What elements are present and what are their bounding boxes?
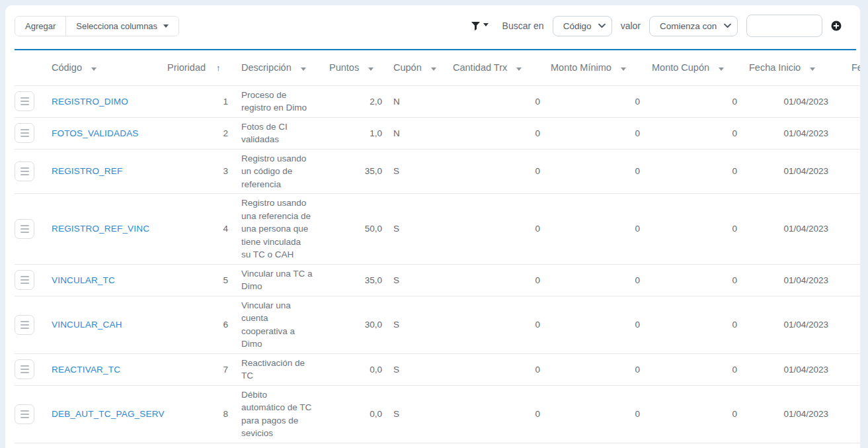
field-select[interactable]: Código (553, 16, 612, 36)
column-header[interactable]: Código ↑ (52, 50, 167, 85)
column-menu-caret-icon[interactable] (621, 67, 626, 71)
column-menu-caret-icon[interactable] (431, 67, 436, 71)
cantidad-trx-cell: 0 (453, 85, 551, 117)
cantidad-trx-cell: 0 (453, 149, 551, 194)
codigo-link[interactable]: FOTOS_VALIDADAS (52, 128, 139, 138)
puntos-cell: 35,0 (329, 264, 393, 296)
fecha-inicio-cell: 01/04/2023 (749, 443, 851, 448)
fecha-inicio-cell: 01/04/2023 (749, 353, 851, 385)
column-header[interactable]: Descripción ↑ (241, 50, 329, 85)
add-filter-button[interactable] (831, 21, 842, 31)
cupon-cell: S (393, 194, 453, 265)
fecha-fin-cell (851, 385, 860, 443)
row-menu-cell (15, 385, 52, 443)
column-menu-caret-icon[interactable] (810, 67, 815, 71)
column-label: Cantidad Trx (453, 62, 507, 73)
cupon-cell: S (393, 149, 453, 194)
column-header[interactable]: Fecha Inicio ↑ (749, 50, 851, 85)
cantidad-trx-cell: 1 (453, 443, 551, 448)
column-menu-caret-icon[interactable] (301, 67, 306, 71)
codigo-link[interactable]: REGISTRO_REF_VINC (52, 224, 149, 234)
cupon-cell: N (393, 85, 453, 117)
row-menu-button[interactable] (15, 359, 34, 379)
prioridad-cell: 7 (167, 353, 241, 385)
cantidad-trx-cell: 0 (453, 264, 551, 296)
select-columns-button[interactable]: Selecciona columnas (65, 17, 178, 36)
filter-value-input[interactable] (746, 15, 822, 37)
descripcion-cell: Registro usando una referencia de una pe… (241, 194, 329, 265)
cupon-cell: S (393, 296, 453, 353)
fecha-fin-cell (851, 194, 860, 265)
row-menu-cell (15, 117, 52, 149)
column-header[interactable]: Fec ↑ (851, 50, 860, 85)
row-menu-cell (15, 353, 52, 385)
codigo-link[interactable]: VINCULAR_TC (52, 275, 115, 285)
cupon-cell: N (393, 117, 453, 149)
column-header[interactable]: Cantidad Trx ↑ (453, 50, 551, 85)
descripcion-cell: Reactivación de TC (241, 353, 329, 385)
monto-minimo-cell: 0 (551, 264, 652, 296)
puntos-cell: 2,0 (329, 85, 393, 117)
prioridad-cell: 9 (167, 443, 241, 448)
codigo-link[interactable]: DEB_AUT_TC_PAG_SERV (52, 409, 165, 419)
monto-minimo-cell: 0 (551, 296, 652, 353)
search-in-label: Buscar en (502, 21, 544, 31)
row-menu-button[interactable] (15, 315, 34, 335)
prioridad-cell: 4 (167, 194, 241, 265)
column-label: Puntos (329, 62, 359, 73)
descripcion-cell: Fotos de CI validadas (241, 117, 329, 149)
row-menu-button[interactable] (15, 123, 34, 143)
fecha-inicio-cell: 01/04/2023 (749, 194, 851, 265)
column-header[interactable]: Puntos ↑ (329, 50, 393, 85)
table-header: Código ↑ Prioridad ↑ Descripción ↑ Punto… (15, 50, 860, 85)
fecha-inicio-cell: 01/04/2023 (749, 296, 851, 353)
monto-minimo-cell: 10.000 (551, 443, 652, 448)
column-header[interactable]: Monto Cupón ↑ (652, 50, 749, 85)
column-menu-caret-icon[interactable] (91, 67, 97, 71)
codigo-link[interactable]: VINCULAR_CAH (52, 320, 122, 330)
descripcion-cell: Débito automático de TC para pagos de se… (241, 385, 329, 443)
grid-toolbar: Agregar Selecciona columnas Buscar en Có (5, 5, 860, 37)
puntos-cell: 50,0 (329, 194, 393, 265)
monto-cupon-cell: 0 (652, 385, 749, 443)
monto-cupon-cell: 0 (652, 149, 749, 194)
codigo-link[interactable]: REGISTRO_REF (52, 166, 122, 176)
monto-minimo-cell: 0 (551, 117, 652, 149)
prioridad-cell: 1 (167, 85, 241, 117)
row-menu-button[interactable] (15, 270, 34, 290)
fecha-fin-cell (851, 264, 860, 296)
data-grid: Código ↑ Prioridad ↑ Descripción ↑ Punto… (15, 50, 860, 448)
row-menu-cell (15, 296, 52, 353)
table-row: FOTOS_VALIDADAS 2 Fotos de CI validadas … (15, 117, 860, 149)
row-menu-button[interactable] (15, 161, 34, 181)
column-menu-caret-icon[interactable] (719, 67, 724, 71)
row-menu-cell (15, 443, 52, 448)
puntos-cell: 30,0 (329, 296, 393, 353)
fecha-fin-cell (851, 443, 860, 448)
row-menu-button[interactable] (15, 91, 34, 111)
row-menu-button[interactable] (15, 219, 34, 239)
add-button[interactable]: Agregar (15, 17, 65, 36)
row-menu-cell (15, 194, 52, 265)
monto-cupon-cell: 0 (652, 117, 749, 149)
column-header[interactable]: Prioridad ↑ (167, 50, 241, 85)
column-menu-caret-icon[interactable] (368, 67, 374, 71)
codigo-link[interactable]: REGISTRO_DIMO (52, 97, 128, 107)
row-menu-button[interactable] (15, 404, 34, 424)
cantidad-trx-cell: 0 (453, 353, 551, 385)
chevron-down-icon (163, 24, 169, 28)
column-header[interactable]: Monto Mínimo ↑ (551, 50, 652, 85)
column-header[interactable]: Cupón ↑ (393, 50, 453, 85)
operator-select[interactable]: Comienza con (649, 16, 738, 36)
filter-menu-button[interactable] (471, 21, 489, 31)
plus-circle-icon (831, 21, 842, 31)
monto-cupon-cell: 500.000 (652, 443, 749, 448)
fecha-inicio-cell: 01/04/2023 (749, 117, 851, 149)
puntos-cell: 0,0 (329, 353, 393, 385)
value-label: valor (621, 21, 641, 31)
column-label: Fecha Inicio (749, 62, 801, 73)
toolbar-button-group: Agregar Selecciona columnas (15, 16, 179, 36)
monto-minimo-cell: 0 (551, 385, 652, 443)
codigo-link[interactable]: REACTIVAR_TC (52, 365, 120, 375)
column-menu-caret-icon[interactable] (516, 67, 522, 71)
